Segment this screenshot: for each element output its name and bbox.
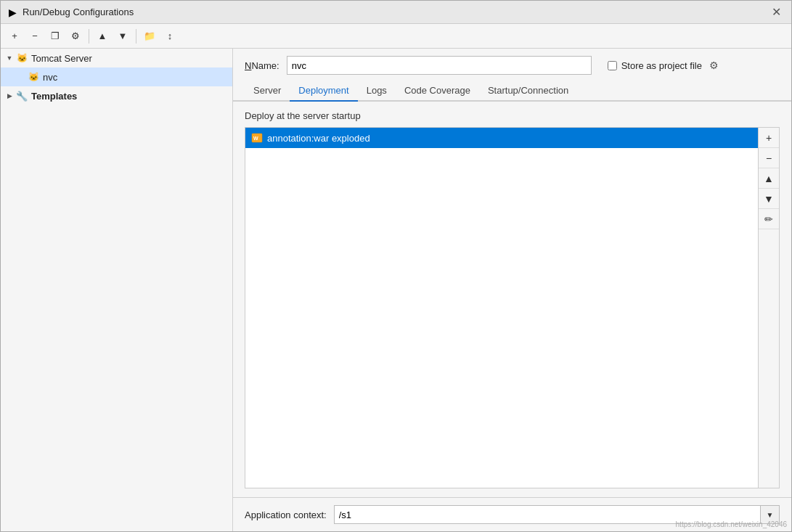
sidebar-item-nvc[interactable]: 🐱 nvc xyxy=(1,67,232,86)
nvc-label: nvc xyxy=(43,72,57,83)
tree-toggle-templates: ▶ xyxy=(4,90,15,102)
toolbar: + − ❐ ⚙ ▲ ▼ 📁 ↕ xyxy=(1,24,791,49)
app-icon: ▶ xyxy=(7,7,18,18)
deployment-item-0[interactable]: W annotation:war exploded xyxy=(245,128,758,148)
deployment-item-label-0: annotation:war exploded xyxy=(267,133,370,144)
sidebar-item-templates[interactable]: ▶ 🔧 Templates xyxy=(1,86,232,105)
store-project-checkbox[interactable] xyxy=(608,61,617,70)
deployment-item-icon-0: W xyxy=(251,132,263,144)
tabs: Server Deployment Logs Code Coverage Sta… xyxy=(233,81,791,102)
wrench-icon: 🔧 xyxy=(15,89,28,102)
tomcat-group-label: Tomcat Server xyxy=(31,53,92,64)
main-content: ▼ 🐱 Tomcat Server 🐱 nvc ▶ 🔧 Templates NN… xyxy=(1,49,791,531)
tab-code-coverage[interactable]: Code Coverage xyxy=(396,81,479,102)
list-add-button[interactable]: + xyxy=(759,128,779,148)
store-project-label: Store as project file xyxy=(621,60,702,71)
watermark: https://blog.csdn.net/weixin_42046 xyxy=(676,520,787,528)
sidebar-item-tomcat-server[interactable]: ▼ 🐱 Tomcat Server xyxy=(1,49,232,67)
list-remove-button[interactable]: − xyxy=(759,148,779,168)
sidebar: ▼ 🐱 Tomcat Server 🐱 nvc ▶ 🔧 Templates xyxy=(1,49,233,531)
add-config-button[interactable]: + xyxy=(5,27,24,46)
deploy-section-label: Deploy at the server startup xyxy=(245,110,780,121)
copy-config-button[interactable]: ❐ xyxy=(46,27,65,46)
deployment-list-area: W annotation:war exploded + − ▲ ▼ ✏ xyxy=(245,127,780,488)
right-panel: NName: Store as project file ⚙ Server De… xyxy=(233,49,791,531)
deployment-panel: Deploy at the server startup W xyxy=(233,102,791,497)
tree-toggle-tomcat: ▼ xyxy=(4,52,15,64)
sort-button[interactable]: ↕ xyxy=(160,27,179,46)
tab-logs[interactable]: Logs xyxy=(358,81,396,102)
list-action-buttons: + − ▲ ▼ ✏ xyxy=(759,127,780,488)
store-project-row: Store as project file ⚙ xyxy=(608,57,722,73)
list-edit-button[interactable]: ✏ xyxy=(759,209,779,229)
tab-startup-connection[interactable]: Startup/Connection xyxy=(479,81,577,102)
tab-server[interactable]: Server xyxy=(245,81,290,102)
separator-1 xyxy=(89,29,89,44)
tab-deployment[interactable]: Deployment xyxy=(290,81,357,102)
gear-button[interactable]: ⚙ xyxy=(706,57,722,73)
tomcat-icon: 🐱 xyxy=(15,52,28,65)
list-down-button[interactable]: ▼ xyxy=(759,189,779,209)
nvc-icon: 🐱 xyxy=(27,70,40,83)
remove-config-button[interactable]: − xyxy=(25,27,44,46)
name-field-label: NName: xyxy=(245,60,279,71)
name-row: NName: Store as project file ⚙ xyxy=(233,49,791,81)
app-context-label: Application context: xyxy=(245,510,327,520)
move-down-button[interactable]: ▼ xyxy=(113,27,132,46)
name-input[interactable] xyxy=(287,56,592,75)
deployment-list: W annotation:war exploded xyxy=(245,127,759,488)
folder-button[interactable]: 📁 xyxy=(140,27,159,46)
settings-button[interactable]: ⚙ xyxy=(66,27,85,46)
svg-text:W: W xyxy=(253,136,258,141)
list-up-button[interactable]: ▲ xyxy=(759,168,779,189)
separator-2 xyxy=(136,29,136,44)
title-bar: ▶ Run/Debug Configurations ✕ xyxy=(1,1,791,24)
close-button[interactable]: ✕ xyxy=(767,4,785,20)
templates-label: Templates xyxy=(31,91,77,102)
move-up-button[interactable]: ▲ xyxy=(93,27,112,46)
window-title: Run/Debug Configurations xyxy=(23,7,134,17)
